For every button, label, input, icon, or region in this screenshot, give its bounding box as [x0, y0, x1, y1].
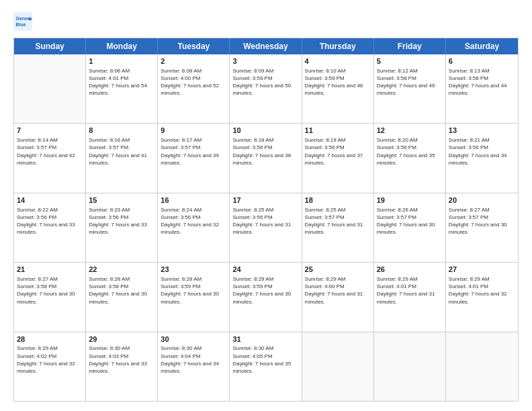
cell-detail: Sunrise: 8:08 AMSunset: 4:00 PMDaylight:…: [161, 67, 226, 97]
day-number: 26: [377, 265, 443, 275]
svg-rect-0: [13, 12, 32, 31]
calendar-day-8: 8Sunrise: 8:16 AMSunset: 3:57 PMDaylight…: [86, 124, 158, 192]
header-day-sunday: Sunday: [14, 38, 86, 54]
calendar-week-5: 28Sunrise: 8:29 AMSunset: 4:02 PMDayligh…: [14, 332, 518, 401]
calendar-empty-cell: [302, 332, 374, 401]
day-number: 15: [89, 195, 154, 205]
day-number: 9: [161, 126, 226, 136]
day-number: 29: [89, 334, 154, 345]
day-number: 16: [161, 195, 226, 205]
cell-detail: Sunrise: 8:06 AMSunset: 4:01 PMDaylight:…: [89, 67, 154, 97]
calendar-day-12: 12Sunrise: 8:20 AMSunset: 3:56 PMDayligh…: [374, 124, 446, 192]
day-number: 30: [161, 334, 226, 345]
calendar-empty-cell: [14, 54, 86, 123]
calendar-day-20: 20Sunrise: 8:27 AMSunset: 3:57 PMDayligh…: [446, 193, 518, 262]
day-number: 23: [161, 265, 226, 275]
calendar-empty-cell: [446, 332, 518, 401]
day-number: 24: [232, 265, 298, 275]
cell-detail: Sunrise: 8:30 AMSunset: 4:05 PMDaylight:…: [232, 345, 298, 375]
calendar-day-31: 31Sunrise: 8:30 AMSunset: 4:05 PMDayligh…: [230, 332, 302, 401]
calendar-day-3: 3Sunrise: 8:09 AMSunset: 3:59 PMDaylight…: [230, 54, 302, 123]
calendar-day-4: 4Sunrise: 8:10 AMSunset: 3:59 PMDaylight…: [302, 54, 374, 123]
cell-detail: Sunrise: 8:21 AMSunset: 3:56 PMDaylight:…: [449, 136, 515, 167]
cell-detail: Sunrise: 8:29 AMSunset: 4:01 PMDaylight:…: [449, 275, 515, 306]
day-number: 1: [89, 56, 154, 66]
calendar-day-2: 2Sunrise: 8:08 AMSunset: 4:00 PMDaylight…: [158, 54, 230, 123]
calendar-day-25: 25Sunrise: 8:29 AMSunset: 4:00 PMDayligh…: [302, 263, 374, 331]
calendar-day-13: 13Sunrise: 8:21 AMSunset: 3:56 PMDayligh…: [446, 124, 518, 192]
calendar-week-1: 1Sunrise: 8:06 AMSunset: 4:01 PMDaylight…: [14, 54, 518, 124]
day-number: 3: [232, 56, 298, 66]
header: General Blue: [13, 12, 519, 31]
calendar: SundayMondayTuesdayWednesdayThursdayFrid…: [13, 38, 519, 402]
header-day-friday: Friday: [374, 38, 446, 54]
logo: General Blue: [13, 12, 35, 31]
cell-detail: Sunrise: 8:29 AMSunset: 4:02 PMDaylight:…: [17, 345, 83, 375]
day-number: 2: [161, 56, 226, 66]
header-day-monday: Monday: [86, 38, 158, 54]
cell-detail: Sunrise: 8:26 AMSunset: 3:57 PMDaylight:…: [377, 206, 443, 236]
cell-detail: Sunrise: 8:14 AMSunset: 3:57 PMDaylight:…: [17, 136, 83, 167]
calendar-day-11: 11Sunrise: 8:19 AMSunset: 3:56 PMDayligh…: [302, 124, 374, 192]
calendar-day-23: 23Sunrise: 8:28 AMSunset: 3:59 PMDayligh…: [158, 263, 230, 331]
header-day-wednesday: Wednesday: [230, 38, 302, 54]
cell-detail: Sunrise: 8:22 AMSunset: 3:56 PMDaylight:…: [17, 206, 83, 236]
cell-detail: Sunrise: 8:16 AMSunset: 3:57 PMDaylight:…: [89, 136, 154, 167]
cell-detail: Sunrise: 8:23 AMSunset: 3:56 PMDaylight:…: [89, 206, 154, 236]
day-number: 21: [17, 265, 83, 275]
cell-detail: Sunrise: 8:29 AMSunset: 3:59 PMDaylight:…: [232, 275, 298, 306]
day-number: 6: [449, 56, 515, 66]
day-number: 31: [232, 334, 298, 345]
cell-detail: Sunrise: 8:12 AMSunset: 3:58 PMDaylight:…: [377, 67, 443, 97]
day-number: 4: [305, 56, 371, 66]
day-number: 10: [232, 126, 298, 136]
calendar-day-14: 14Sunrise: 8:22 AMSunset: 3:56 PMDayligh…: [14, 193, 86, 262]
day-number: 18: [305, 195, 371, 205]
calendar-body: 1Sunrise: 8:06 AMSunset: 4:01 PMDaylight…: [14, 54, 518, 401]
cell-detail: Sunrise: 8:10 AMSunset: 3:59 PMDaylight:…: [305, 67, 371, 97]
day-number: 19: [377, 195, 443, 205]
header-day-saturday: Saturday: [446, 38, 518, 54]
day-number: 14: [17, 195, 83, 205]
calendar-day-26: 26Sunrise: 8:29 AMSunset: 4:01 PMDayligh…: [374, 263, 446, 331]
calendar-week-4: 21Sunrise: 8:27 AMSunset: 3:58 PMDayligh…: [14, 263, 518, 332]
cell-detail: Sunrise: 8:13 AMSunset: 3:58 PMDaylight:…: [449, 67, 515, 97]
day-number: 22: [89, 265, 154, 275]
calendar-day-30: 30Sunrise: 8:30 AMSunset: 4:04 PMDayligh…: [158, 332, 230, 401]
calendar-day-9: 9Sunrise: 8:17 AMSunset: 3:57 PMDaylight…: [158, 124, 230, 192]
day-number: 7: [17, 126, 83, 136]
calendar-day-21: 21Sunrise: 8:27 AMSunset: 3:58 PMDayligh…: [14, 263, 86, 331]
calendar-day-29: 29Sunrise: 8:30 AMSunset: 4:03 PMDayligh…: [86, 332, 158, 401]
calendar-day-22: 22Sunrise: 8:28 AMSunset: 3:58 PMDayligh…: [86, 263, 158, 331]
cell-detail: Sunrise: 8:29 AMSunset: 4:01 PMDaylight:…: [377, 275, 443, 306]
cell-detail: Sunrise: 8:18 AMSunset: 3:56 PMDaylight:…: [232, 136, 298, 167]
page: General Blue SundayMondayTuesdayWednesda…: [0, 0, 532, 411]
cell-detail: Sunrise: 8:30 AMSunset: 4:03 PMDaylight:…: [89, 345, 154, 375]
cell-detail: Sunrise: 8:29 AMSunset: 4:00 PMDaylight:…: [305, 275, 371, 306]
cell-detail: Sunrise: 8:24 AMSunset: 3:56 PMDaylight:…: [161, 206, 226, 236]
calendar-day-28: 28Sunrise: 8:29 AMSunset: 4:02 PMDayligh…: [14, 332, 86, 401]
cell-detail: Sunrise: 8:27 AMSunset: 3:57 PMDaylight:…: [449, 206, 515, 236]
cell-detail: Sunrise: 8:27 AMSunset: 3:58 PMDaylight:…: [17, 275, 83, 306]
header-day-thursday: Thursday: [302, 38, 374, 54]
day-number: 8: [89, 126, 154, 136]
day-number: 17: [232, 195, 298, 205]
day-number: 20: [449, 195, 515, 205]
cell-detail: Sunrise: 8:20 AMSunset: 3:56 PMDaylight:…: [377, 136, 443, 167]
calendar-day-15: 15Sunrise: 8:23 AMSunset: 3:56 PMDayligh…: [86, 193, 158, 262]
calendar-week-3: 14Sunrise: 8:22 AMSunset: 3:56 PMDayligh…: [14, 193, 518, 263]
cell-detail: Sunrise: 8:28 AMSunset: 3:58 PMDaylight:…: [89, 275, 154, 306]
calendar-day-18: 18Sunrise: 8:25 AMSunset: 3:57 PMDayligh…: [302, 193, 374, 262]
cell-detail: Sunrise: 8:25 AMSunset: 3:57 PMDaylight:…: [305, 206, 371, 236]
calendar-day-7: 7Sunrise: 8:14 AMSunset: 3:57 PMDaylight…: [14, 124, 86, 192]
day-number: 13: [449, 126, 515, 136]
calendar-week-2: 7Sunrise: 8:14 AMSunset: 3:57 PMDaylight…: [14, 124, 518, 193]
day-number: 25: [305, 265, 371, 275]
cell-detail: Sunrise: 8:19 AMSunset: 3:56 PMDaylight:…: [305, 136, 371, 167]
calendar-day-27: 27Sunrise: 8:29 AMSunset: 4:01 PMDayligh…: [446, 263, 518, 331]
calendar-empty-cell: [374, 332, 446, 401]
day-number: 12: [377, 126, 443, 136]
logo-icon: General Blue: [13, 12, 32, 31]
cell-detail: Sunrise: 8:17 AMSunset: 3:57 PMDaylight:…: [161, 136, 226, 167]
calendar-day-6: 6Sunrise: 8:13 AMSunset: 3:58 PMDaylight…: [446, 54, 518, 123]
